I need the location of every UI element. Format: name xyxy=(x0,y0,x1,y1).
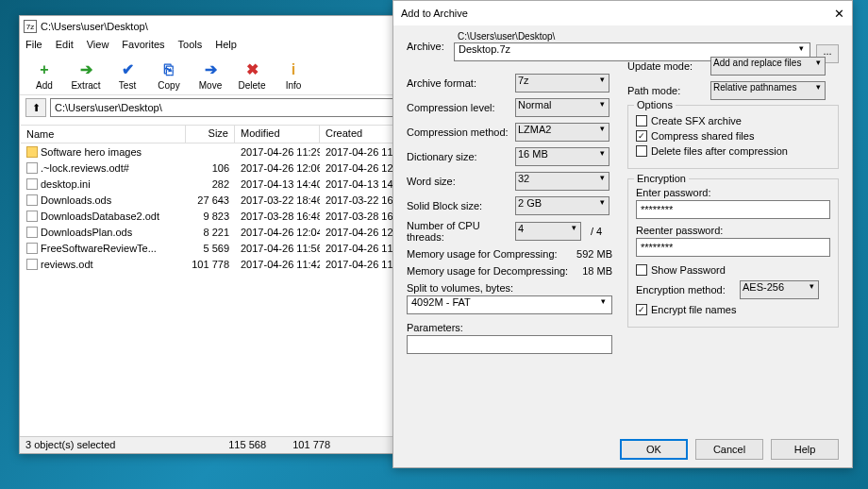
method-label: Compression method: xyxy=(407,126,515,138)
pathmode-label: Path mode: xyxy=(627,85,710,96)
archive-path: C:\Users\user\Desktop\ xyxy=(454,31,810,42)
up-button[interactable]: ⬆ xyxy=(25,98,46,117)
close-icon[interactable]: ✕ xyxy=(834,7,844,21)
ok-button[interactable]: OK xyxy=(620,439,688,460)
menu-view[interactable]: View xyxy=(87,39,109,54)
options-group: Options Create SFX archive ✓Compress sha… xyxy=(627,105,839,169)
add-icon: + xyxy=(35,60,54,79)
file-icon xyxy=(26,178,38,190)
col-size[interactable]: Size xyxy=(186,126,235,143)
file-icon xyxy=(26,227,38,238)
delete-checkbox[interactable] xyxy=(636,145,647,157)
encm-select[interactable]: AES-256 xyxy=(740,280,819,299)
update-select[interactable]: Add and replace files xyxy=(710,57,826,76)
showpw-checkbox[interactable] xyxy=(636,264,647,276)
threads-max: / 4 xyxy=(591,226,602,237)
cancel-button[interactable]: Cancel xyxy=(695,439,763,460)
solid-select[interactable]: 2 GB xyxy=(515,196,609,215)
file-icon xyxy=(26,194,38,206)
memd-label: Memory usage for Decompressing: xyxy=(407,265,568,277)
repassword-input[interactable] xyxy=(636,238,830,257)
dialog-titlebar: Add to Archive ✕ xyxy=(393,1,852,25)
dict-label: Dictionary size: xyxy=(407,151,515,162)
status-size2: 101 778 xyxy=(272,437,336,453)
menu-edit[interactable]: Edit xyxy=(56,39,74,54)
encnames-label: Encrypt file names xyxy=(651,304,736,315)
split-select[interactable]: 4092M - FAT xyxy=(407,295,612,314)
memc-label: Memory usage for Compressing: xyxy=(407,248,558,260)
status-size1: 115 568 xyxy=(185,437,272,453)
tool-extract[interactable]: ➔Extract xyxy=(67,58,105,93)
tool-add[interactable]: +Add xyxy=(25,58,63,93)
test-icon: ✔ xyxy=(118,60,137,79)
tool-info[interactable]: iInfo xyxy=(275,58,312,93)
file-icon xyxy=(26,243,38,254)
encryption-group: Encryption Enter password: Reenter passw… xyxy=(627,178,839,328)
update-label: Update mode: xyxy=(627,60,710,72)
method-select[interactable]: LZMA2 xyxy=(515,123,609,142)
info-icon: i xyxy=(284,60,303,79)
rpw-label: Reenter password: xyxy=(636,225,830,236)
menu-tools[interactable]: Tools xyxy=(178,39,203,54)
move-icon: ➔ xyxy=(201,60,220,79)
password-input[interactable] xyxy=(636,200,830,219)
tool-copy[interactable]: ⎘Copy xyxy=(150,58,188,93)
dialog-title: Add to Archive xyxy=(401,8,468,19)
delete-label: Delete files after compression xyxy=(651,145,788,157)
help-button[interactable]: Help xyxy=(771,439,839,460)
solid-label: Solid Block size: xyxy=(407,200,515,211)
encm-label: Encryption method: xyxy=(636,284,740,295)
sfx-label: Create SFX archive xyxy=(651,115,742,126)
tool-test[interactable]: ✔Test xyxy=(108,58,146,93)
dialog-body: Archive: C:\Users\user\Desktop\ Desktop.… xyxy=(393,25,852,439)
archive-label: Archive: xyxy=(407,31,454,52)
pw-label: Enter password: xyxy=(636,187,830,198)
file-icon xyxy=(26,259,38,270)
word-label: Word size: xyxy=(407,176,515,187)
col-name[interactable]: Name xyxy=(21,126,186,143)
param-label: Parameters: xyxy=(407,322,624,333)
status-selection: 3 object(s) selected xyxy=(20,437,185,453)
shared-label: Compress shared files xyxy=(651,130,754,142)
extract-icon: ➔ xyxy=(76,60,95,79)
encnames-checkbox[interactable]: ✓ xyxy=(636,304,647,315)
menu-help[interactable]: Help xyxy=(215,39,237,54)
delete-icon: ✖ xyxy=(242,60,261,79)
encryption-title: Encryption xyxy=(634,173,689,184)
window-title: C:\Users\user\Desktop\ xyxy=(41,21,148,32)
dialog-right-col: Update mode:Add and replace files Path m… xyxy=(627,56,839,328)
menu-file[interactable]: File xyxy=(25,39,42,54)
memd-value: 18 MB xyxy=(582,265,612,277)
split-label: Split to volumes, bytes: xyxy=(407,282,624,294)
tool-delete[interactable]: ✖Delete xyxy=(233,58,271,93)
dict-select[interactable]: 16 MB xyxy=(515,147,609,166)
add-to-archive-dialog: Add to Archive ✕ Archive: C:\Users\user\… xyxy=(392,0,853,468)
memc-value: 592 MB xyxy=(576,248,612,260)
level-label: Compression level: xyxy=(407,102,515,113)
pathmode-select[interactable]: Relative pathnames xyxy=(710,81,826,100)
level-select[interactable]: Normal xyxy=(515,98,609,117)
param-input[interactable] xyxy=(407,335,612,354)
threads-label: Number of CPU threads: xyxy=(407,220,515,243)
dialog-buttons: OK Cancel Help xyxy=(620,439,839,460)
file-icon xyxy=(26,211,38,222)
format-select[interactable]: 7z xyxy=(515,74,609,93)
tool-move[interactable]: ➔Move xyxy=(192,58,229,93)
word-select[interactable]: 32 xyxy=(515,172,609,191)
copy-icon: ⎘ xyxy=(159,60,178,79)
sfx-checkbox[interactable] xyxy=(636,115,647,126)
options-title: Options xyxy=(634,99,676,110)
threads-select[interactable]: 4 xyxy=(515,222,581,241)
folder-icon xyxy=(26,146,38,158)
file-icon xyxy=(26,162,38,174)
shared-checkbox[interactable]: ✓ xyxy=(636,130,647,142)
col-modified[interactable]: Modified xyxy=(235,126,320,143)
menu-favorites[interactable]: Favorites xyxy=(122,39,164,54)
format-label: Archive format: xyxy=(407,77,515,89)
app-icon: 7z xyxy=(24,20,37,33)
showpw-label: Show Password xyxy=(651,264,726,276)
